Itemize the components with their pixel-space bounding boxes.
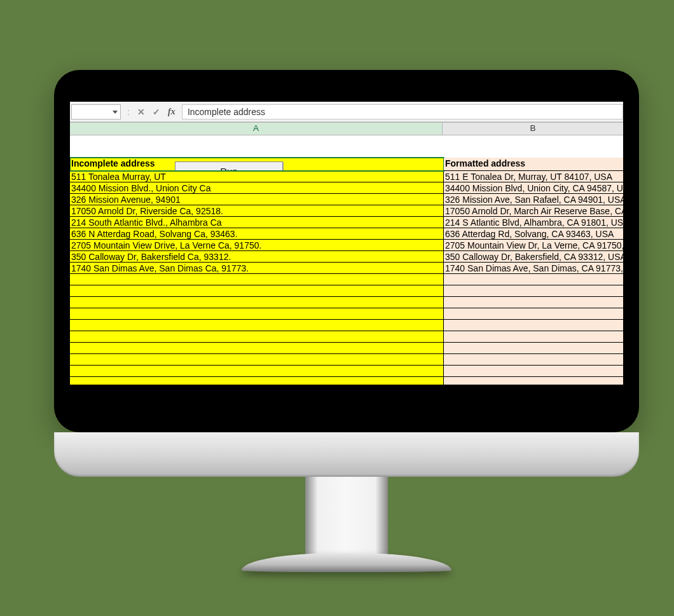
cell-a[interactable] xyxy=(70,285,444,297)
cell-a[interactable] xyxy=(70,331,444,343)
cell-b[interactable]: 2705 Mountain View Dr, La Verne, CA 9175… xyxy=(444,240,623,251)
table-row: 511 Tonalea Murray, UT511 E Tonalea Dr, … xyxy=(70,171,623,182)
table-row: 2705 Mountain View Drive, La Verne Ca, 9… xyxy=(70,240,623,251)
separator: : xyxy=(123,107,134,117)
cell-a[interactable]: 214 South Atlantic Blvd., Alhambra Ca xyxy=(70,217,444,228)
fx-icon[interactable]: fx xyxy=(164,107,179,117)
cell-b[interactable] xyxy=(444,285,623,297)
table-row xyxy=(70,274,623,285)
cell-b[interactable]: 1740 San Dimas Ave, San Dimas, CA 91773,… xyxy=(444,263,623,274)
monitor-chin xyxy=(54,432,639,477)
cell-a-header[interactable]: Run Incomplete address xyxy=(70,158,444,171)
name-box[interactable] xyxy=(71,104,121,120)
cell-a[interactable]: 17050 Arnold Dr, Riverside Ca, 92518. xyxy=(70,205,444,217)
cell-b[interactable] xyxy=(444,377,623,385)
cell-a[interactable] xyxy=(70,377,444,385)
table-row: 1740 San Dimas Ave, San Dimas Ca, 91773.… xyxy=(70,263,623,274)
column-headers: A B xyxy=(70,122,623,135)
cell-b[interactable] xyxy=(444,274,623,285)
column-header-a[interactable]: A xyxy=(70,123,443,135)
header-label-a: Incomplete address xyxy=(71,158,155,169)
cell-b[interactable] xyxy=(444,366,623,377)
table-row xyxy=(70,320,623,331)
cell-b[interactable]: 34400 Mission Blvd, Union City, CA 94587… xyxy=(444,182,623,194)
cell-b[interactable]: 326 Mission Ave, San Rafael, CA 94901, U… xyxy=(444,194,623,205)
table-row: 350 Calloway Dr, Bakersfield Ca, 93312.3… xyxy=(70,251,623,263)
monitor-bezel: : ✕ ✓ fx Incomplete address A B Run Inco… xyxy=(54,70,639,432)
table-row: 214 South Atlantic Blvd., Alhambra Ca214… xyxy=(70,217,623,228)
cell-b[interactable] xyxy=(444,297,623,308)
table-row xyxy=(70,297,623,308)
table-row xyxy=(70,308,623,320)
cell-a[interactable] xyxy=(70,354,444,366)
cell-b[interactable]: 636 Atterdag Rd, Solvang, CA 93463, USA xyxy=(444,228,623,240)
header-row: Run Incomplete address Formatted address xyxy=(70,135,623,171)
table-row xyxy=(70,331,623,343)
table-row: 636 N Atterdag Road, Solvang Ca, 93463.6… xyxy=(70,228,623,240)
table-row xyxy=(70,354,623,366)
table-row xyxy=(70,285,623,297)
cell-b[interactable] xyxy=(444,320,623,331)
cell-a[interactable] xyxy=(70,366,444,377)
cell-b[interactable] xyxy=(444,343,623,354)
cell-b[interactable]: 511 E Tonalea Dr, Murray, UT 84107, USA xyxy=(444,171,623,182)
cell-b[interactable] xyxy=(444,331,623,343)
cell-a[interactable]: 1740 San Dimas Ave, San Dimas Ca, 91773. xyxy=(70,263,444,274)
cell-a[interactable]: 326 Mission Avenue, 94901 xyxy=(70,194,444,205)
formula-input[interactable]: Incomplete address xyxy=(182,104,623,120)
table-row xyxy=(70,377,623,385)
cancel-icon[interactable]: ✕ xyxy=(134,107,149,117)
cell-b[interactable] xyxy=(444,308,623,320)
run-button[interactable]: Run xyxy=(175,161,283,171)
cell-a[interactable] xyxy=(70,297,444,308)
cell-b-header[interactable]: Formatted address xyxy=(444,158,623,171)
cell-a[interactable]: 511 Tonalea Murray, UT xyxy=(70,171,444,182)
screen: : ✕ ✓ fx Incomplete address A B Run Inco… xyxy=(70,102,623,385)
header-label-b: Formatted address xyxy=(445,158,525,169)
cell-a[interactable]: 636 N Atterdag Road, Solvang Ca, 93463. xyxy=(70,228,444,240)
column-header-b[interactable]: B xyxy=(443,123,623,135)
cell-b[interactable]: 214 S Atlantic Blvd, Alhambra, CA 91801,… xyxy=(444,217,623,228)
table-row: 326 Mission Avenue, 94901326 Mission Ave… xyxy=(70,194,623,205)
cell-a[interactable] xyxy=(70,343,444,354)
cell-a[interactable] xyxy=(70,308,444,320)
monitor-stand-base xyxy=(242,553,451,572)
cell-b[interactable] xyxy=(444,354,623,366)
cell-b[interactable]: 350 Calloway Dr, Bakersfield, CA 93312, … xyxy=(444,251,623,263)
cell-a[interactable]: 34400 Mission Blvd., Union City Ca xyxy=(70,182,444,194)
monitor-stand-neck xyxy=(305,474,388,563)
cell-b[interactable]: 17050 Arnold Dr, March Air Reserve Base,… xyxy=(444,205,623,217)
cell-a[interactable]: 2705 Mountain View Drive, La Verne Ca, 9… xyxy=(70,240,444,251)
spreadsheet-grid: Run Incomplete address Formatted address… xyxy=(70,135,623,385)
enter-icon[interactable]: ✓ xyxy=(149,107,164,117)
table-row: 17050 Arnold Dr, Riverside Ca, 92518.170… xyxy=(70,205,623,217)
table-row xyxy=(70,343,623,354)
table-row xyxy=(70,366,623,377)
cell-a[interactable]: 350 Calloway Dr, Bakersfield Ca, 93312. xyxy=(70,251,444,263)
cell-a[interactable] xyxy=(70,320,444,331)
formula-bar: : ✕ ✓ fx Incomplete address xyxy=(70,102,623,122)
cell-a[interactable] xyxy=(70,274,444,285)
table-row: 34400 Mission Blvd., Union City Ca34400 … xyxy=(70,182,623,194)
